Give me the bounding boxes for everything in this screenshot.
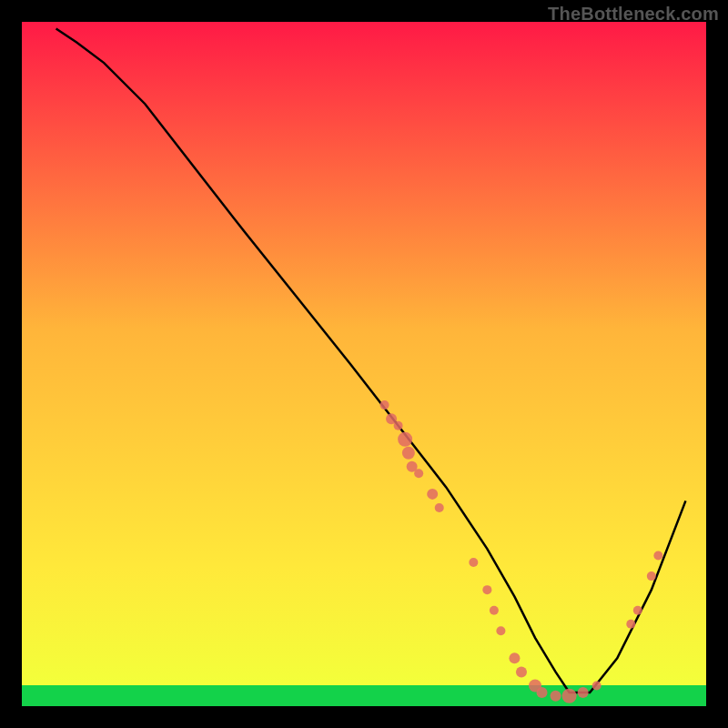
- scatter-point: [414, 469, 423, 478]
- scatter-point: [482, 585, 491, 594]
- scatter-point: [509, 652, 520, 663]
- chart-green-band: [22, 685, 706, 706]
- watermark-text: TheBottleneck.com: [548, 4, 719, 25]
- scatter-point: [380, 400, 389, 410]
- scatter-point: [516, 666, 527, 677]
- scatter-point: [398, 432, 412, 447]
- scatter-point: [496, 626, 505, 635]
- scatter-point: [551, 691, 561, 702]
- scatter-point: [562, 689, 577, 703]
- scatter-point: [469, 558, 478, 567]
- chart-plot-area: [22, 22, 706, 706]
- scatter-point: [633, 606, 642, 615]
- scatter-point: [647, 571, 656, 581]
- chart-svg: [0, 0, 728, 728]
- scatter-point: [394, 421, 403, 430]
- scatter-point: [578, 687, 589, 698]
- scatter-point: [592, 681, 602, 690]
- scatter-point: [626, 620, 635, 629]
- scatter-point: [537, 687, 548, 698]
- scatter-point: [427, 489, 438, 500]
- scatter-point: [402, 447, 415, 460]
- scatter-point: [490, 606, 499, 615]
- scatter-point: [435, 503, 444, 512]
- chart-container: TheBottleneck.com: [0, 0, 728, 728]
- scatter-point: [653, 551, 662, 561]
